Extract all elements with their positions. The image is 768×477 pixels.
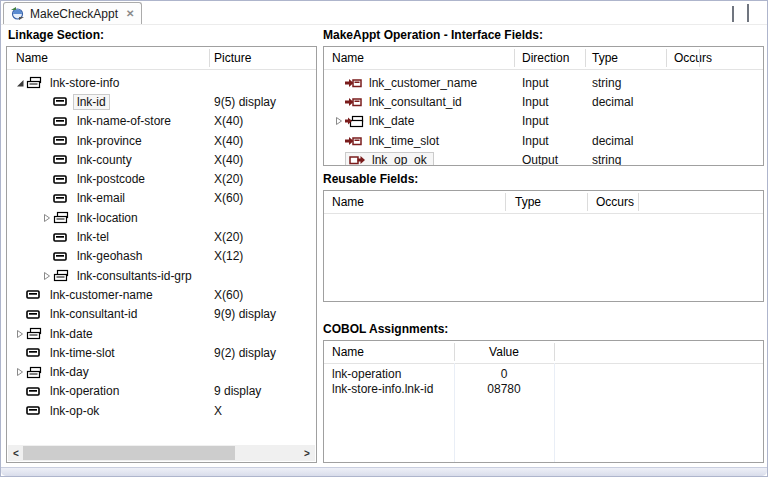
- table-row[interactable]: lnk-telX(20): [7, 227, 316, 246]
- table-row[interactable]: lnk-location: [7, 208, 316, 227]
- table-row[interactable]: lnk-emailX(60): [7, 189, 316, 208]
- field-name-label: lnk-county: [73, 152, 136, 168]
- cobol-assignments-title: COBOL Assignments:: [323, 322, 448, 336]
- reusable-fields-title: Reusable Fields:: [323, 172, 418, 186]
- table-row[interactable]: lnk-operation0: [324, 366, 763, 382]
- picture-cell: X(60): [214, 189, 243, 208]
- assignment-value: 0: [454, 366, 554, 382]
- field-name-label: lnk-province: [73, 133, 146, 149]
- type-cell: decimal: [592, 131, 633, 150]
- input-field-icon: [345, 136, 365, 146]
- table-row[interactable]: lnk_op_okOutputstring: [324, 150, 763, 166]
- table-row[interactable]: lnk-operation9 display: [7, 382, 316, 401]
- field-name-label: lnk_op_ok: [369, 153, 430, 166]
- table-row[interactable]: lnk-consultant-id9(9) display: [7, 305, 316, 324]
- window-bottom-edge: [1, 467, 767, 476]
- field-name-label: lnk-geohash: [73, 248, 146, 264]
- picture-cell: X(20): [214, 169, 243, 188]
- table-row[interactable]: lnk-provinceX(40): [7, 131, 316, 150]
- elementary-field-icon: [26, 310, 46, 319]
- group-field-icon: [53, 269, 73, 282]
- table-row[interactable]: lnk-geohashX(12): [7, 247, 316, 266]
- table-row[interactable]: lnk-postcodeX(20): [7, 169, 316, 188]
- tree-collapsed-icon[interactable]: [13, 367, 26, 377]
- field-name-label: lnk-date: [46, 326, 97, 342]
- table-row[interactable]: lnk-name-of-storeX(40): [7, 112, 316, 131]
- table-row[interactable]: lnk-op-okX: [7, 401, 316, 420]
- group-field-icon: [53, 211, 73, 224]
- service-interface-icon: [10, 6, 25, 21]
- table-row[interactable]: lnk-time-slot9(2) display: [7, 343, 316, 362]
- field-name-label: lnk-id: [73, 94, 110, 110]
- tab-bar: MakeCheckAppt ✕: [1, 1, 767, 25]
- table-row[interactable]: lnk-customer-nameX(60): [7, 285, 316, 304]
- scrollbar-thumb[interactable]: [23, 446, 235, 460]
- interface-fields-title: MakeAppt Operation - Interface Fields:: [323, 28, 543, 42]
- header-separator: [209, 49, 210, 67]
- picture-cell: 9(9) display: [214, 305, 276, 324]
- picture-cell: X: [214, 401, 222, 420]
- table-row[interactable]: lnk_dateInput: [324, 112, 763, 131]
- scroll-right-icon[interactable]: >: [300, 446, 314, 460]
- column-header-name: Name: [16, 51, 48, 65]
- table-row[interactable]: lnk-consultants-id-grp: [7, 266, 316, 285]
- horizontal-scrollbar[interactable]: < >: [8, 445, 315, 461]
- header-separator: [585, 49, 586, 67]
- elementary-field-icon: [26, 290, 46, 299]
- table-row[interactable]: lnk-date: [7, 324, 316, 343]
- elementary-field-icon: [53, 194, 73, 203]
- elementary-field-icon: [53, 155, 73, 164]
- group-field-icon: [26, 366, 46, 379]
- header-separator: [638, 193, 639, 211]
- tab-close-icon[interactable]: ✕: [126, 8, 134, 19]
- table-row[interactable]: lnk_customer_nameInputstring: [324, 73, 763, 92]
- table-row[interactable]: lnk-store-info.lnk-id08780: [324, 382, 763, 398]
- header-separator: [666, 49, 667, 67]
- field-name-label: lnk-day: [46, 364, 93, 380]
- table-row[interactable]: lnk-id9(5) display: [7, 92, 316, 111]
- column-header-occurs: Occurs: [596, 195, 634, 209]
- tree-expanded-icon[interactable]: [13, 78, 26, 88]
- tab-title: MakeCheckAppt: [30, 7, 118, 21]
- table-row[interactable]: lnk_consultant_idInputdecimal: [324, 92, 763, 111]
- table-row[interactable]: lnk-store-info: [7, 73, 316, 92]
- tree-collapsed-icon[interactable]: [40, 271, 53, 281]
- assignment-name: lnk-operation: [332, 367, 401, 381]
- reusable-table-header: Name Type Occurs: [324, 191, 763, 214]
- elementary-field-icon: [53, 233, 73, 242]
- table-row[interactable]: lnk-countyX(40): [7, 150, 316, 169]
- elementary-field-icon: [53, 136, 73, 145]
- elementary-field-icon: [53, 252, 73, 261]
- picture-cell: 9 display: [214, 382, 261, 401]
- field-name-label: lnk-tel: [73, 229, 113, 245]
- column-header-name: Name: [332, 51, 364, 65]
- picture-cell: X(40): [214, 150, 243, 169]
- elementary-field-icon: [53, 175, 73, 184]
- assignment-name: lnk-store-info.lnk-id: [332, 382, 433, 396]
- tree-collapsed-icon[interactable]: [40, 213, 53, 223]
- table-row[interactable]: lnk_time_slotInputdecimal: [324, 131, 763, 150]
- reusable-fields-body: [324, 214, 763, 217]
- tree-collapsed-icon[interactable]: [13, 329, 26, 339]
- picture-cell: 9(2) display: [214, 343, 276, 362]
- table-row[interactable]: lnk-day: [7, 362, 316, 381]
- elementary-field-icon: [26, 387, 46, 396]
- input-group-icon: [345, 115, 365, 128]
- input-field-icon: [345, 78, 365, 88]
- tree-collapsed-icon[interactable]: [332, 116, 345, 126]
- direction-cell: Input: [522, 112, 549, 131]
- column-header-picture: Picture: [214, 51, 251, 65]
- minimize-view-icon[interactable]: [732, 7, 734, 21]
- cobol-assignments-table: Name Value lnk-operation0lnk-store-info.…: [323, 340, 764, 463]
- picture-cell: X(12): [214, 247, 243, 266]
- header-separator: [699, 49, 700, 67]
- field-name-label: lnk-time-slot: [46, 345, 119, 361]
- tab-makecheckappt[interactable]: MakeCheckAppt ✕: [3, 2, 142, 24]
- maximize-view-icon[interactable]: [747, 7, 749, 21]
- picture-cell: 9(5) display: [214, 92, 276, 111]
- field-name-label: lnk-consultants-id-grp: [73, 268, 196, 284]
- scroll-left-icon[interactable]: <: [9, 446, 23, 460]
- cobol-table-header: Name Value: [324, 341, 763, 364]
- picture-cell: X(40): [214, 112, 243, 131]
- field-name-label: lnk-op-ok: [46, 403, 103, 419]
